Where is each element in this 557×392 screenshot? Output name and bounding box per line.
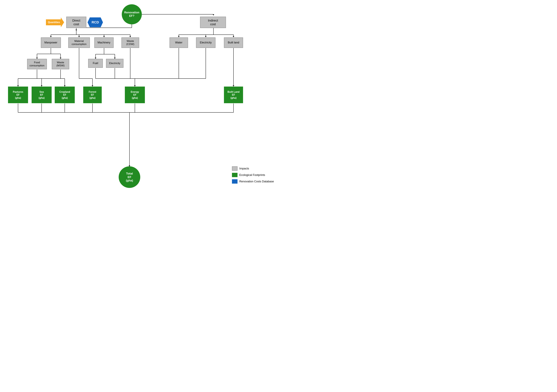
legend-ecological-box	[232, 173, 238, 177]
diagram: Renovation EF? Quantities Directcost RCD…	[0, 0, 278, 196]
forest-ef-node: ForestEF(gha)	[83, 87, 102, 103]
svg-marker-58	[134, 85, 136, 87]
svg-marker-40	[17, 85, 19, 87]
waste-msw-label: Waste(MSW)	[57, 61, 65, 67]
water-label: Water	[175, 41, 182, 44]
waste-cdw-label: Waste(CDW)	[126, 40, 134, 46]
svg-marker-3	[75, 30, 77, 31]
svg-marker-6	[213, 14, 214, 16]
renovation-ef-node: Renovation EF?	[122, 4, 142, 24]
electricity-top-node: Electricity	[196, 37, 215, 48]
legend-renovation-db: Renovation Costs Database	[232, 179, 274, 184]
legend-impacts: Impacts	[232, 166, 274, 171]
pastures-ef-label: PasturesEF(gha)	[13, 90, 23, 99]
legend: Impacts Ecological Footprints Renovation…	[232, 166, 274, 184]
electricity-mid-label: Electricity	[109, 62, 120, 65]
forest-ef-label: ForestEF(gha)	[89, 90, 96, 99]
direct-cost-label: Directcost	[72, 19, 80, 26]
fuel-label: Fuel	[93, 62, 98, 65]
fuel-node: Fuel	[88, 59, 103, 68]
sea-ef-node: SeaEF(gha)	[32, 87, 52, 103]
material-consumption-label: Materialconsumption	[72, 40, 86, 46]
cropland-ef-node: CroplandEF(gha)	[55, 87, 75, 103]
svg-marker-46	[64, 85, 66, 87]
rcd-label: RCD	[91, 20, 99, 24]
food-consumption-label: Foodconsumption	[30, 61, 44, 67]
svg-marker-20	[178, 36, 180, 37]
manpower-label: Manpower	[44, 41, 57, 44]
cropland-ef-label: CroplandEF(gha)	[59, 90, 70, 99]
svg-marker-12	[78, 36, 80, 37]
svg-marker-22	[205, 36, 206, 37]
svg-marker-36	[114, 58, 115, 59]
built-land-top-label: Built land	[228, 41, 239, 44]
direct-cost-node: Directcost	[66, 17, 86, 28]
legend-ecological: Ecological Footprints	[232, 173, 274, 177]
svg-marker-14	[103, 36, 105, 37]
waste-cdw-node: Waste(CDW)	[122, 37, 139, 48]
indirect-cost-node: Indirectcost	[200, 17, 226, 28]
water-node: Water	[170, 37, 188, 48]
pastures-ef-node: PasturesEF(gha)	[8, 87, 28, 103]
manpower-node: Manpower	[41, 37, 61, 48]
svg-marker-34	[95, 58, 96, 59]
legend-renovation-db-box	[232, 179, 238, 184]
sea-ef-label: SeaEF(gha)	[39, 90, 45, 99]
svg-marker-42	[41, 85, 42, 87]
legend-impacts-box	[232, 166, 238, 171]
rcd-node: RCD	[88, 17, 103, 27]
svg-marker-28	[36, 58, 38, 59]
svg-marker-60	[233, 85, 234, 87]
legend-ecological-label: Ecological Footprints	[239, 173, 265, 177]
electricity-top-label: Electricity	[200, 41, 212, 44]
machinery-node: Machinery	[94, 37, 114, 48]
total-ef-node: TotalEF(gha)	[119, 166, 140, 188]
machinery-label: Machinery	[98, 41, 110, 44]
quantities-node: Quantities	[46, 17, 64, 27]
renovation-ef-label: Renovation EF?	[124, 11, 139, 17]
energy-ef-label: EnergyEF(gha)	[131, 90, 139, 99]
built-land-ef-label: Built LandEF(gha)	[228, 90, 239, 99]
material-consumption-node: Materialconsumption	[68, 37, 90, 48]
built-land-top-node: Built land	[224, 37, 243, 48]
quantities-label: Quantities	[48, 21, 60, 24]
svg-marker-16	[130, 36, 131, 37]
electricity-mid-node: Electricity	[106, 59, 123, 68]
built-land-ef-node: Built LandEF(gha)	[224, 87, 243, 103]
legend-impacts-label: Impacts	[239, 167, 249, 170]
food-consumption-node: Foodconsumption	[27, 59, 47, 69]
svg-marker-24	[233, 36, 234, 37]
legend-renovation-db-label: Renovation Costs Database	[239, 180, 274, 183]
svg-marker-30	[60, 58, 61, 59]
svg-marker-10	[50, 36, 52, 37]
waste-msw-node: Waste(MSW)	[52, 59, 69, 69]
indirect-cost-label: Indirectcost	[208, 19, 218, 26]
total-ef-label: TotalEF(gha)	[126, 172, 133, 182]
energy-ef-node: EnergyEF(gha)	[125, 87, 145, 103]
svg-marker-50	[92, 85, 93, 87]
